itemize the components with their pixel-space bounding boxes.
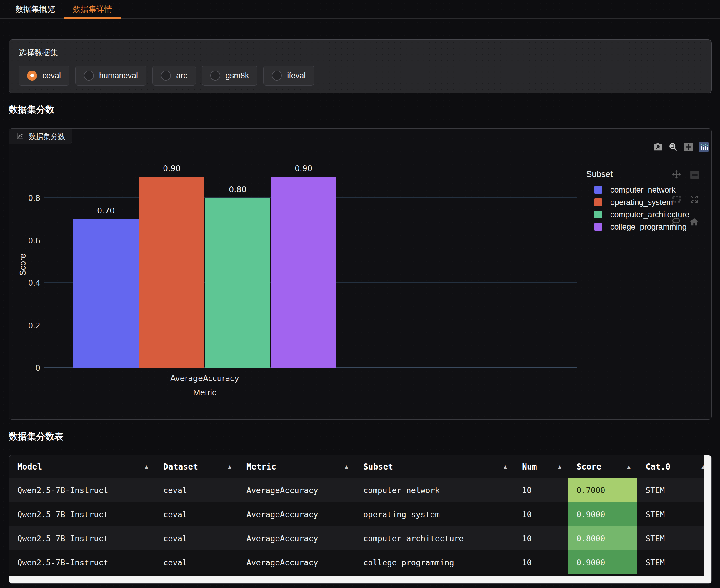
legend-item-label: college_programming	[610, 223, 687, 232]
column-header-metric[interactable]: Metric▲	[238, 456, 355, 478]
legend-swatch	[594, 198, 602, 206]
legend-item-computer_network[interactable]: computer_network	[586, 184, 716, 196]
cell-cat0: STEM	[637, 526, 712, 550]
legend-item-label: computer_network	[610, 186, 676, 195]
cell-score: 0.9000	[568, 550, 637, 574]
cell-num: 10	[514, 526, 568, 550]
chart-legend: Subset computer_networkoperating_systemc…	[586, 169, 716, 233]
column-header-label: Score	[576, 462, 601, 471]
cell-score: 0.9000	[568, 502, 637, 526]
radio-icon	[84, 70, 94, 81]
column-header-label: Num	[522, 462, 537, 471]
column-header-dataset[interactable]: Dataset▲	[155, 456, 238, 478]
radio-label: gsm8k	[226, 71, 249, 80]
tab-1[interactable]: 数据集详情	[64, 0, 121, 18]
column-header-label: Metric	[246, 462, 276, 471]
tab-0[interactable]: 数据集概览	[6, 0, 64, 18]
legend-item-label: computer_architecture	[610, 210, 690, 219]
cell-model: Qwen2.5-7B-Instruct	[9, 550, 155, 574]
sort-arrow-icon: ▲	[145, 463, 148, 470]
cell-dataset: ceval	[155, 526, 238, 550]
zoom-in-icon[interactable]	[683, 142, 694, 152]
cell-metric: AverageAccuracy	[238, 502, 355, 526]
column-header-cat-0[interactable]: Cat.0▲	[637, 456, 712, 478]
dataset-option-ifeval[interactable]: ifeval	[263, 66, 314, 86]
bar-value-label: 0.70	[73, 206, 139, 215]
radio-label: ifeval	[287, 71, 306, 80]
y-tick-label: 0.2	[9, 321, 40, 330]
cell-subset: operating_system	[355, 502, 514, 526]
column-header-score[interactable]: Score▲	[568, 456, 637, 478]
cell-dataset: ceval	[155, 550, 238, 574]
cell-cat0: STEM	[637, 502, 712, 526]
cell-cat0: STEM	[637, 550, 712, 574]
dataset-option-humaneval[interactable]: humaneval	[75, 66, 146, 86]
y-tick-label: 0.6	[9, 236, 40, 245]
legend-items: computer_networkoperating_systemcomputer…	[586, 184, 716, 233]
cell-subset: college_programming	[355, 550, 514, 574]
legend-item-label: operating_system	[610, 198, 673, 207]
cell-num: 10	[514, 478, 568, 502]
sort-arrow-icon: ▲	[627, 463, 631, 470]
vertical-scrollbar[interactable]	[704, 456, 712, 583]
column-header-label: Cat.0	[645, 462, 670, 471]
cell-subset: computer_network	[355, 478, 514, 502]
table-row: Qwen2.5-7B-InstructcevalAverageAccuracyc…	[9, 526, 712, 550]
zoom-icon[interactable]	[668, 142, 679, 152]
table-heading: 数据集分数表	[9, 430, 64, 443]
horizontal-scrollbar[interactable]	[9, 576, 704, 583]
chart-panel-tab: 数据集分数	[9, 129, 72, 144]
column-header-subset[interactable]: Subset▲	[355, 456, 514, 478]
bar-operating_system: 0.90	[139, 177, 204, 368]
table-header-row: Model▲Dataset▲Metric▲Subset▲Num▲Score▲Ca…	[9, 456, 712, 478]
cell-model: Qwen2.5-7B-Instruct	[9, 526, 155, 550]
dataset-option-arc[interactable]: arc	[152, 66, 196, 86]
column-header-num[interactable]: Num▲	[514, 456, 568, 478]
bar-value-label: 0.80	[205, 185, 270, 194]
scores-heading: 数据集分数	[9, 104, 55, 116]
scatter-plot-icon	[16, 132, 24, 141]
cell-model: Qwen2.5-7B-Instruct	[9, 502, 155, 526]
radio-icon	[210, 70, 220, 81]
table-body: Qwen2.5-7B-InstructcevalAverageAccuracyc…	[9, 478, 712, 574]
x-axis-title: Metric	[73, 388, 336, 398]
bar-computer_network: 0.70	[73, 219, 139, 368]
cell-score: 0.8000	[568, 526, 637, 550]
plotly-logo-icon[interactable]	[699, 142, 709, 152]
legend-item-computer_architecture[interactable]: computer_architecture	[586, 208, 716, 221]
scores-chart-panel: 数据集分数 Score Subset computer_networkopera	[9, 128, 712, 420]
top-tabbar: 数据集概览数据集详情	[0, 0, 720, 19]
bar-computer_architecture: 0.80	[205, 198, 270, 368]
bar-value-label: 0.90	[271, 164, 336, 173]
dataset-option-gsm8k[interactable]: gsm8k	[202, 66, 258, 86]
dataset-selector-panel: 选择数据集 cevalhumanevalarcgsm8kifeval	[9, 39, 712, 93]
radio-icon	[272, 70, 282, 81]
plotly-modebar	[653, 142, 709, 152]
dataset-options-row: cevalhumanevalarcgsm8kifeval	[19, 66, 702, 86]
column-header-label: Subset	[363, 462, 393, 471]
radio-icon	[161, 70, 171, 81]
column-header-model[interactable]: Model▲	[9, 456, 155, 478]
dataset-selector-label: 选择数据集	[19, 47, 702, 58]
chart-panel-tab-label: 数据集分数	[28, 132, 65, 142]
legend-swatch	[594, 211, 602, 218]
sort-arrow-icon: ▲	[345, 463, 348, 470]
cell-metric: AverageAccuracy	[238, 478, 355, 502]
table-row: Qwen2.5-7B-InstructcevalAverageAccuracyc…	[9, 478, 712, 502]
radio-label: arc	[176, 71, 187, 80]
x-tick-label: AverageAccuracy	[73, 374, 336, 383]
y-tick-label: 0	[9, 364, 40, 373]
legend-item-operating_system[interactable]: operating_system	[586, 196, 716, 208]
sort-arrow-icon: ▲	[228, 463, 231, 470]
legend-item-college_programming[interactable]: college_programming	[586, 221, 716, 233]
radio-label: ceval	[42, 71, 61, 80]
camera-icon[interactable]	[653, 142, 663, 152]
legend-swatch	[594, 186, 602, 194]
y-tick-label: 0.8	[9, 194, 40, 203]
table-row: Qwen2.5-7B-InstructcevalAverageAccuracyc…	[9, 550, 712, 574]
cell-dataset: ceval	[155, 478, 238, 502]
cell-model: Qwen2.5-7B-Instruct	[9, 478, 155, 502]
dataset-option-ceval[interactable]: ceval	[19, 66, 69, 86]
bar-value-label: 0.90	[139, 164, 204, 173]
y-tick-label: 0.4	[9, 279, 40, 288]
